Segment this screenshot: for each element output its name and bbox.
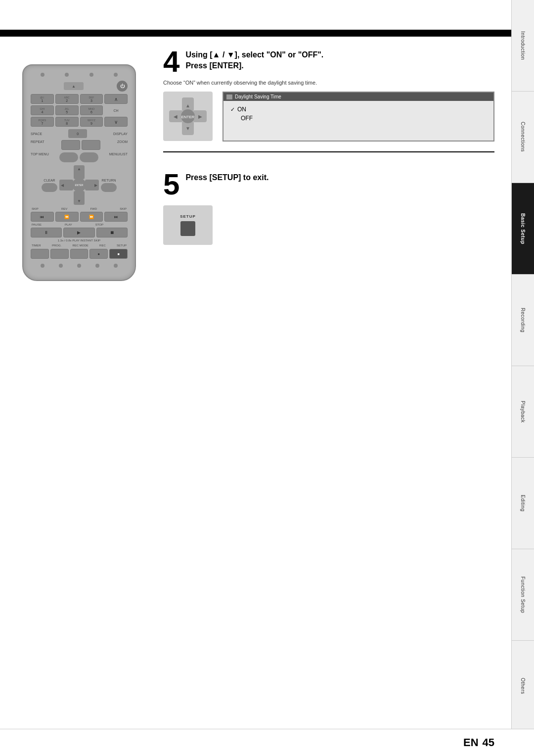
sidebar-tab-basic-setup[interactable]: Basic Setup (512, 183, 534, 275)
dpad-illustration: ENTER ▲ ▼ ◀ ▶ (168, 96, 208, 136)
nav-dpad: ▲ ▼ ◀ ▶ ENTER (59, 165, 99, 205)
btn-ch-label: CH (104, 105, 128, 115)
eject-button[interactable]: ▲ (64, 82, 84, 90)
remote-dot-b2 (59, 264, 63, 268)
on-checkmark: ✓ (230, 106, 235, 113)
btn-ch-up[interactable]: ∧ (104, 94, 128, 104)
skip-back-label: SKIP (32, 207, 39, 210)
screen-item-off: OFF (228, 114, 489, 123)
btn-6[interactable]: MNO 6 (80, 105, 103, 115)
btn-menu-list[interactable] (80, 152, 98, 162)
playback-labels: PAUSE PLAY STOP (31, 223, 128, 226)
setup-btn-label: SETUP (180, 214, 196, 219)
svg-text:◀: ◀ (174, 114, 178, 119)
rec-label: REC (99, 244, 106, 247)
transport-buttons: ⏮ ⏪ ⏩ ⏭ (31, 212, 128, 222)
btn-zoom[interactable] (82, 140, 100, 150)
btn-7[interactable]: PQRS 7 (31, 117, 54, 127)
btn-skip-back[interactable]: ⏮ (31, 212, 54, 222)
sidebar-tab-function-setup[interactable]: Function Setup (512, 549, 534, 641)
step4-content: ENTER ▲ ▼ ◀ ▶ Daylight Saving Time (163, 92, 494, 142)
svg-text:▶: ▶ (198, 114, 202, 119)
dpad-up[interactable]: ▲ (74, 165, 85, 179)
rev-label: REV (61, 207, 67, 210)
play-label: PLAY (65, 223, 72, 226)
return-label: RETURN (101, 179, 116, 182)
btn-4[interactable]: GHI 4 (31, 105, 54, 115)
step4-dpad-image: ENTER ▲ ▼ ◀ ▶ (163, 92, 213, 141)
svg-text:ENTER: ENTER (181, 115, 194, 119)
btn-prog[interactable] (50, 249, 69, 259)
sidebar-tab-editing[interactable]: Editing (512, 458, 534, 549)
remote-dot-2 (65, 73, 69, 77)
remote-top-dots (31, 73, 128, 77)
prog-label: PROG. (52, 244, 61, 247)
remote-control: ▲ ⏻ @/: 1 ABC 2 DEF 3 ∧ GHI (22, 64, 136, 281)
btn-fwd[interactable]: ⏩ (80, 212, 103, 222)
sidebar-tab-others[interactable]: Others (512, 641, 534, 732)
btn-rec-mode[interactable] (70, 249, 89, 259)
sidebar-tab-connections[interactable]: Connections (512, 92, 534, 183)
screen-header-icon (226, 94, 232, 99)
remote-dot-b1 (41, 264, 44, 268)
btn-5[interactable]: JKL 5 (55, 105, 79, 115)
remote-dot-b5 (114, 264, 118, 268)
zoom-label: ZOOM (117, 140, 128, 150)
btn-rec[interactable]: ● (89, 249, 108, 259)
btn-1[interactable]: @/: 1 (31, 94, 54, 104)
btn-clear[interactable] (42, 183, 57, 192)
clear-label: CLEAR (44, 179, 55, 182)
btn-ch-down[interactable]: ∨ (104, 117, 128, 127)
screen-header: Daylight Saving Time (223, 93, 493, 101)
remote-dot-b4 (95, 264, 99, 268)
btn-0[interactable]: 0 (68, 129, 87, 138)
btn-play[interactable]: ▶ (63, 228, 94, 237)
btn-skip-fwd[interactable]: ⏭ (104, 212, 128, 222)
screen-item-on: ✓ ON (228, 105, 489, 114)
btn-setup[interactable]: ■ (109, 249, 128, 259)
playback-buttons: ⏸ ▶ ⏹ (31, 228, 128, 237)
bottom-bar: EN 45 (0, 729, 534, 756)
btn-8[interactable]: TUV 8 (55, 117, 79, 127)
rec-mode-label: REC MODE (72, 244, 88, 247)
sidebar-tab-playback[interactable]: Playback (512, 366, 534, 458)
sidebar-tab-recording[interactable]: Recording (512, 275, 534, 366)
step4-section: 4 Using [▲ / ▼], select "ON" or "OFF".Pr… (163, 49, 494, 152)
screen-title: Daylight Saving Time (235, 94, 281, 99)
dpad-right[interactable]: ▶ (85, 180, 99, 190)
btn-timer[interactable] (31, 249, 49, 259)
btn-stop[interactable]: ⏹ (96, 228, 128, 237)
bottom-buttons: ● ■ (31, 249, 128, 259)
power-button[interactable]: ⏻ (117, 81, 128, 92)
step5-section: 5 Press [SETUP] to exit. SETUP (163, 172, 494, 245)
page-number: 45 (483, 736, 494, 749)
step4-title: Using [▲ / ▼], select "ON" or "OFF".Pres… (185, 49, 323, 72)
btn-3[interactable]: DEF 3 (80, 94, 103, 104)
pause-label: PAUSE (32, 223, 42, 226)
display-label: DISPLAY (113, 132, 128, 136)
svg-text:▲: ▲ (185, 103, 190, 108)
dpad-down[interactable]: ▼ (74, 191, 85, 205)
btn-repeat[interactable] (61, 140, 80, 150)
remote-dot-4 (114, 73, 118, 77)
step5-number: 5 (163, 170, 179, 199)
btn-rew[interactable]: ⏪ (55, 212, 79, 222)
btn-pause[interactable]: ⏸ (31, 228, 62, 237)
space-label: SPACE (31, 132, 42, 136)
speed-label: 1.3x / 0.8x PLAY INSTANT SKIP (31, 239, 128, 242)
main-content: ▲ ⏻ @/: 1 ABC 2 DEF 3 ∧ GHI (0, 40, 509, 726)
btn-2[interactable]: ABC 2 (55, 94, 79, 104)
screen-mockup: Daylight Saving Time ✓ ON OFF (222, 92, 494, 142)
btn-return[interactable] (101, 183, 117, 192)
svg-text:▼: ▼ (185, 126, 190, 131)
screen-body: ✓ ON OFF (223, 101, 493, 141)
instructions-column: 4 Using [▲ / ▼], select "ON" or "OFF".Pr… (153, 40, 509, 726)
dpad-left[interactable]: ◀ (59, 180, 73, 190)
setup-btn-square (180, 221, 195, 236)
bottom-btn-labels: TIMER PROG. REC MODE REC SETUP (31, 244, 128, 247)
enter-button[interactable]: ENTER (72, 178, 86, 192)
btn-9[interactable]: WXYZ 9 (80, 117, 103, 127)
btn-top-menu[interactable] (59, 152, 78, 162)
top-menu-label: TOP MENU (31, 152, 49, 162)
sidebar-tab-introduction[interactable]: Introduction (512, 0, 534, 92)
